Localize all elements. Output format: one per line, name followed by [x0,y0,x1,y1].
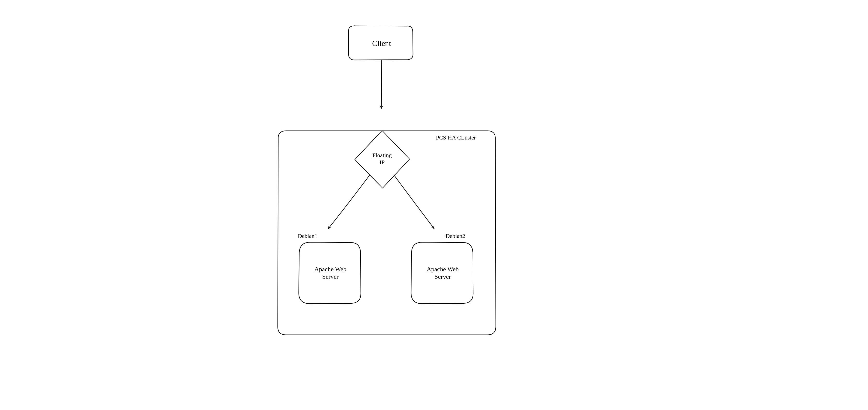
debian2-label: Debian2 [445,233,474,240]
debian1-label: Debian1 [298,233,327,240]
debian2-server-label: Apache Web Server [418,265,467,281]
client-label: Client [366,39,397,48]
cluster-label: PCS HA CLuster [436,134,492,141]
floating-ip-label: Floating IP [368,152,397,166]
diagram-svg [0,0,868,410]
arrow-fip-to-debian1 [329,175,370,229]
arrow-fip-to-debian2 [394,175,434,229]
debian1-server-label: Apache Web Server [306,265,354,281]
